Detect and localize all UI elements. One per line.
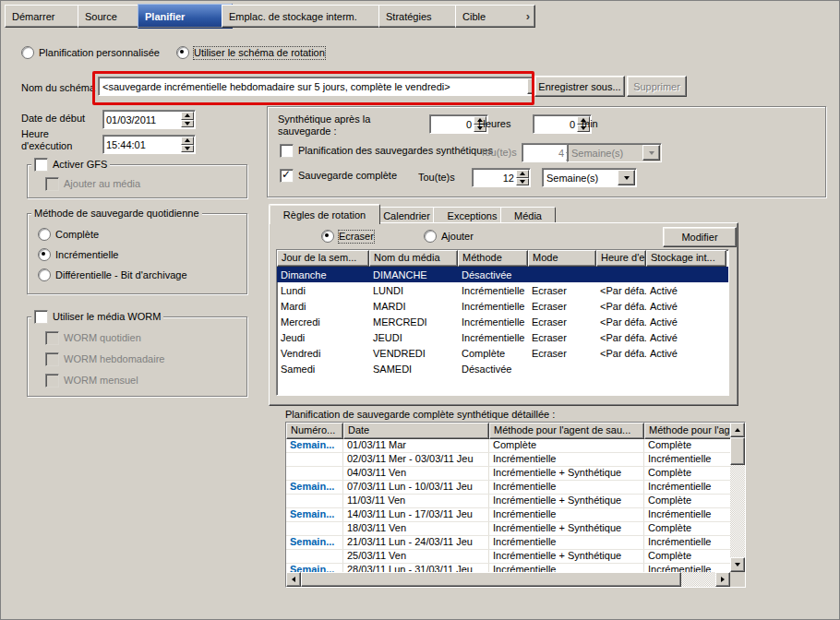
gfs-enable-option[interactable]: Activer GFS	[31, 158, 110, 171]
worm-weekly-checkbox[interactable]	[45, 352, 59, 366]
nav-tab-stockage-interm[interactable]: Emplac. de stockage interm. ›	[222, 5, 390, 28]
scroll-up-button[interactable]	[730, 423, 745, 437]
tab-label: Exceptions	[448, 210, 498, 221]
spin-up-button[interactable]	[181, 137, 194, 145]
nav-tab-strategies[interactable]: Stratégies ›	[378, 5, 466, 28]
exec-time-value: 15:44:01	[106, 139, 146, 150]
nav-tab-cible[interactable]: Cible ›	[455, 5, 535, 28]
column-header[interactable]: Méthode pour l'ag...	[644, 423, 730, 439]
spin-down-button[interactable]	[181, 120, 194, 128]
table-row[interactable]: Semain...21/03/11 Lun - 24/03/11 JeuIncr…	[286, 536, 730, 550]
append-option[interactable]: Ajouter	[424, 230, 474, 243]
dropdown-arrow-button[interactable]	[618, 170, 635, 185]
table-row[interactable]: 11/03/11 VenIncrémentielle + Synthétique…	[286, 495, 730, 508]
scroll-right-button[interactable]	[715, 572, 730, 587]
custom-plan-radio[interactable]	[21, 46, 34, 59]
start-date-label: Date de début	[21, 113, 85, 125]
method-incremental-radio[interactable]	[38, 248, 51, 261]
date-spinner	[181, 112, 194, 127]
table-row[interactable]: Semain...28/03/11 Lun - 31/03/11 JeuIncr…	[286, 564, 730, 572]
vertical-scrollbar[interactable]	[730, 423, 745, 572]
synthetic-plan-checkbox[interactable]	[280, 144, 294, 158]
exec-time-field[interactable]: 15:44:01	[102, 135, 196, 154]
save-as-button[interactable]: Enregistrer sous...	[534, 76, 625, 97]
rotation-plan-radio[interactable]	[176, 46, 189, 59]
column-header[interactable]: Méthode pour l'agent de sau...	[489, 423, 644, 439]
column-header[interactable]: Stockage int...	[646, 250, 726, 267]
full-backup-checkbox[interactable]	[280, 169, 294, 183]
column-header[interactable]: Heure d'e...	[596, 250, 646, 267]
table-row[interactable]: VendrediVENDREDIComplèteEcraser<Par défa…	[277, 345, 728, 361]
scroll-down-button[interactable]	[730, 557, 745, 572]
method-complete-radio[interactable]	[38, 228, 51, 241]
column-header[interactable]: Méthode	[458, 250, 528, 267]
worm-monthly-checkbox[interactable]	[45, 374, 59, 388]
column-header[interactable]: Numéro...	[286, 423, 343, 439]
worm-checkbox[interactable]	[34, 310, 48, 324]
table-row[interactable]: Semain...14/03/11 Lun - 17/03/11 JeuIncr…	[286, 508, 730, 522]
synthetic-plan-option[interactable]: Planification des sauvegardes synthétiqu…	[280, 144, 493, 157]
column-header[interactable]: Mode	[528, 250, 596, 267]
worm-daily-checkbox[interactable]	[45, 331, 59, 345]
table-cell: 07/03/11 Lun - 10/03/11 Jeu	[343, 481, 489, 494]
column-header[interactable]: Jour de la sem...	[277, 250, 369, 267]
horizontal-scrollbar-thumb[interactable]	[301, 572, 681, 587]
spin-down-button[interactable]	[516, 178, 529, 186]
table-row[interactable]: Semain...01/03/11 MarComplèteComplète	[286, 439, 730, 453]
table-cell: Incrémentielle	[489, 564, 644, 572]
table-cell: Incrémentielle	[489, 481, 644, 494]
custom-plan-option[interactable]: Planification personnalisée	[21, 46, 160, 59]
gfs-checkbox[interactable]	[34, 158, 48, 172]
table-row[interactable]: MercrediMERCREDIIncrémentielleEcraser<Pa…	[277, 314, 728, 329]
full-backup-option[interactable]: Sauvegarde complète	[280, 169, 397, 182]
method-differential-radio[interactable]	[38, 268, 51, 281]
table-cell: Désactivée	[458, 364, 528, 375]
nav-tab-planifier[interactable]: Planifier ›	[138, 4, 233, 29]
schema-combo[interactable]: <sauvegarde incrémentielle hebdomadaire …	[98, 77, 546, 96]
overwrite-option[interactable]: Ecraser	[321, 230, 374, 243]
worm-enable-option[interactable]: Utiliser le média WORM	[31, 310, 163, 323]
spin-up-button[interactable]	[516, 170, 529, 178]
table-row[interactable]: JeudiJEUDIIncrémentielleEcraser<Par défa…	[277, 329, 728, 345]
append-radio[interactable]	[424, 230, 437, 243]
rotation-plan-option[interactable]: Utiliser le schéma de rotation	[176, 46, 325, 59]
column-header[interactable]: Nom du média	[369, 250, 458, 267]
overwrite-radio[interactable]	[321, 230, 334, 243]
full-unit-combo[interactable]: Semaine(s)	[542, 168, 637, 187]
schema-combo-value: <sauvegarde incrémentielle hebdomadaire …	[102, 81, 450, 92]
tab-regles-de-rotation[interactable]: Règles de rotation	[269, 204, 380, 224]
spin-down-button[interactable]	[181, 145, 194, 153]
table-row[interactable]: Semain...07/03/11 Lun - 10/03/11 JeuIncr…	[286, 481, 730, 495]
gfs-append-checkbox[interactable]	[45, 177, 59, 191]
delete-button[interactable]: Supprimer	[627, 76, 687, 97]
plan-unit-combo[interactable]: Semaine(s)	[567, 143, 662, 162]
scroll-left-button[interactable]	[286, 572, 301, 587]
table-row[interactable]: LundiLUNDIIncrémentielleEcraser<Par défa…	[277, 282, 728, 298]
table-row[interactable]: 18/03/11 VenIncrémentielle + Synthétique…	[286, 522, 730, 536]
table-row[interactable]: DimancheDIMANCHEDésactivée	[277, 267, 728, 282]
gfs-append-option[interactable]: Ajouter au média	[45, 177, 140, 190]
table-row[interactable]: 02/03/11 Mer - 03/03/11 JeuIncrémentiell…	[286, 453, 730, 467]
spin-up-button[interactable]	[181, 112, 194, 120]
table-row[interactable]: 25/03/11 VenIncrémentielle + Synthétique…	[286, 550, 730, 564]
table-row[interactable]: MardiMARDIIncrémentielleEcraser<Par défa…	[277, 298, 728, 314]
method-complete-option[interactable]: Complète	[38, 228, 99, 241]
method-differential-option[interactable]: Différentielle - Bit d'archivage	[38, 268, 187, 281]
column-header[interactable]: Date	[343, 423, 489, 439]
method-incremental-option[interactable]: Incrémentielle	[38, 248, 118, 261]
table-cell: Ecraser	[528, 285, 596, 296]
dropdown-arrow-button[interactable]	[642, 145, 660, 161]
worm-monthly-option[interactable]: WORM mensuel	[45, 374, 138, 387]
start-date-field[interactable]: 01/03/2011	[102, 110, 196, 129]
worm-weekly-label: WORM hebdomadaire	[64, 353, 164, 365]
modify-button[interactable]: Modifier	[663, 227, 737, 247]
worm-weekly-option[interactable]: WORM hebdomadaire	[45, 352, 164, 365]
table-cell: Incrémentielle	[458, 285, 528, 296]
full-interval-field[interactable]: 12	[472, 168, 531, 187]
worm-daily-option[interactable]: WORM quotidien	[45, 331, 141, 344]
horizontal-scrollbar[interactable]	[286, 572, 730, 587]
vertical-scrollbar-thumb[interactable]	[730, 437, 745, 465]
nav-tab-demarrer[interactable]: Démarrer ›	[5, 5, 89, 28]
table-row[interactable]: SamediSAMEDIDésactivée	[277, 361, 728, 376]
table-row[interactable]: 04/03/11 VenIncrémentielle + Synthétique…	[286, 467, 730, 481]
